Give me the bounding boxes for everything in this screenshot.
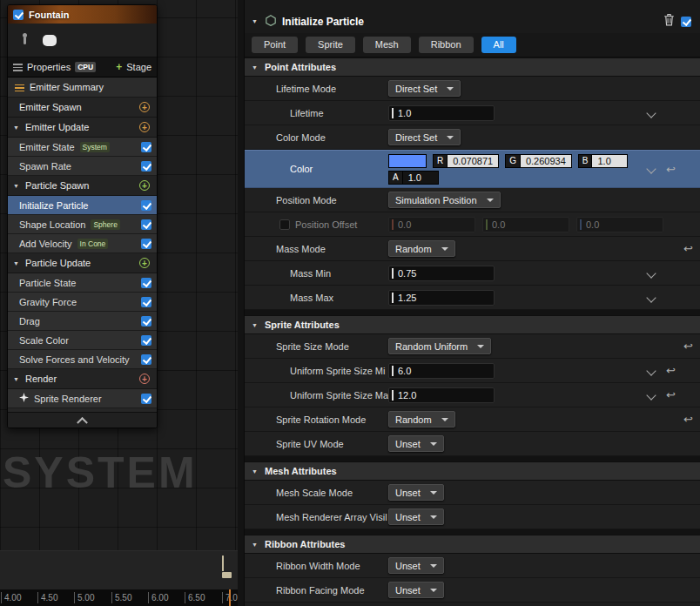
tab-ribbon[interactable]: Ribbon [419,37,474,53]
module-enabled-checkbox[interactable] [141,278,151,288]
emitter-node-fountain[interactable]: Fountain Properties CPU + Stage Emitter … [7,4,158,428]
module-enabled-checkbox[interactable] [141,335,151,346]
group-particle-update[interactable]: ▼ Particle Update + [8,253,157,273]
position-mode-dropdown[interactable]: Simulation Position [388,192,501,208]
color-swatch[interactable] [388,154,427,168]
plus-circle-icon[interactable]: + [139,122,150,132]
mass-max-input[interactable]: 1.25 [388,290,495,306]
tab-sprite[interactable]: Sprite [306,37,355,53]
emitter-header[interactable]: Fountain [8,5,157,24]
reset-to-default-icon[interactable]: ↩ [666,164,676,175]
a-value-input[interactable]: 1.0 [402,171,439,185]
chevron-down-icon[interactable]: ▼ [13,183,21,189]
reset-to-default-icon[interactable]: ↩ [683,414,693,425]
expand-chevron-icon[interactable] [646,293,656,302]
module-enabled-checkbox[interactable] [141,297,151,307]
edit-condition-checkbox[interactable] [279,219,290,230]
tab-all[interactable]: All [481,37,516,53]
group-emitter-spawn[interactable]: Emitter Spawn + [8,98,157,118]
uniform-sprite-size-min-input[interactable]: 6.0 [388,363,495,379]
b-value-input[interactable]: 1.0 [591,154,628,168]
expand-chevron-icon[interactable] [646,108,656,118]
mass-mode-dropdown[interactable]: Random [388,240,455,257]
module-gravity-force[interactable]: Gravity Force [8,293,157,312]
position-offset-z-input[interactable]: 0.0 [576,217,663,232]
module-enabled-checkbox[interactable] [141,219,151,230]
reset-to-default-icon[interactable]: ↩ [666,389,676,401]
system-overview-canvas[interactable]: SYSTEM 4.00 4.50 5.00 5.50 6.00 6.50 7.0… [0,0,238,606]
plus-circle-icon[interactable]: + [139,102,150,112]
chevron-down-icon[interactable]: ▼ [252,18,259,24]
sprite-size-mode-dropdown[interactable]: Random Uniform [388,338,491,354]
module-enabled-checkbox[interactable] [141,394,151,404]
module-initialize-particle[interactable]: Initialize Particle [8,196,157,215]
expand-chevron-icon[interactable] [646,164,656,173]
module-enabled-checkbox[interactable] [681,17,691,27]
module-shape-location[interactable]: Shape Location Sphere [8,215,157,234]
sprite-uv-mode-dropdown[interactable]: Unset [388,435,444,452]
section-ribbon-attributes[interactable]: ▼ Ribbon Attributes [245,535,700,554]
module-emitter-state[interactable]: Emitter State System [8,138,157,157]
position-offset-x-input[interactable]: 0.0 [388,217,475,232]
add-stage-button[interactable]: Stage [126,62,151,72]
module-enabled-checkbox[interactable] [141,142,151,152]
timeline-playhead[interactable] [229,589,231,606]
timeline-ruler[interactable]: 4.00 4.50 5.00 5.50 6.00 6.50 7.0 [0,589,238,606]
eyedropper-icon[interactable] [21,32,29,49]
timeline-track[interactable] [0,550,238,589]
reset-to-default-icon[interactable]: ↩ [666,365,676,376]
chevron-down-icon[interactable]: ▼ [13,376,21,382]
plus-circle-icon[interactable]: + [139,258,150,268]
ribbon-width-mode-dropdown[interactable]: Unset [388,557,444,574]
r-value-input[interactable]: 0.070871 [447,154,499,168]
reset-to-default-icon[interactable]: ↩ [683,340,693,352]
group-emitter-update[interactable]: ▼ Emitter Update + [8,118,157,138]
expand-chevron-icon[interactable] [646,390,656,400]
g-value-input[interactable]: 0.260934 [520,154,572,168]
module-enabled-checkbox[interactable] [141,239,151,249]
add-stage-plus-icon[interactable]: + [116,62,122,72]
emitter-enabled-checkbox[interactable] [13,10,24,20]
module-scale-color[interactable]: Scale Color [8,331,157,350]
tab-mesh[interactable]: Mesh [363,37,411,53]
module-sprite-renderer[interactable]: Sprite Renderer [8,389,157,408]
module-solve-forces-velocity[interactable]: Solve Forces and Velocity [8,350,157,369]
expand-chevron-icon[interactable] [646,366,656,375]
tab-point[interactable]: Point [252,37,298,53]
mass-min-input[interactable]: 0.75 [388,266,495,281]
module-enabled-checkbox[interactable] [141,316,151,327]
section-mesh-attributes[interactable]: ▼ Mesh Attributes [245,461,700,481]
module-add-velocity[interactable]: Add Velocity In Cone [8,234,157,253]
plus-circle-icon[interactable]: + [139,374,150,384]
module-spawn-rate[interactable]: Spawn Rate [8,157,157,176]
mesh-renderer-array-dropdown[interactable]: Unset [388,508,444,525]
uniform-sprite-size-max-input[interactable]: 12.0 [388,387,495,403]
expand-chevron-icon[interactable] [646,268,656,278]
properties-row[interactable]: Properties CPU + Stage [8,57,157,77]
lifetime-mode-dropdown[interactable]: Direct Set [388,80,461,97]
group-render[interactable]: ▼ Render + [8,369,157,389]
reset-to-default-icon[interactable]: ↩ [683,243,693,254]
module-enabled-checkbox[interactable] [141,161,151,172]
lock-icon[interactable] [222,556,232,568]
collapse-node-button[interactable] [8,412,157,428]
group-particle-spawn[interactable]: ▼ Particle Spawn + [8,176,157,196]
lifetime-input[interactable]: 1.0 [388,105,495,121]
section-sprite-attributes[interactable]: ▼ Sprite Attributes [245,315,700,334]
sprite-rotation-mode-dropdown[interactable]: Random [388,411,455,428]
section-point-attributes[interactable]: ▼ Point Attributes [245,57,700,77]
chevron-down-icon[interactable]: ▼ [13,125,21,131]
module-particle-state[interactable]: Particle State [8,273,157,293]
color-mode-dropdown[interactable]: Direct Set [388,129,461,145]
emitter-summary-row[interactable]: Emitter Summary [8,77,157,98]
module-enabled-checkbox[interactable] [141,200,151,211]
chevron-down-icon[interactable]: ▼ [13,260,21,266]
plus-circle-icon[interactable]: + [139,180,150,191]
module-drag[interactable]: Drag [8,312,157,331]
position-offset-y-input[interactable]: 0.0 [482,217,569,232]
ribbon-facing-mode-dropdown[interactable]: Unset [388,582,444,598]
mesh-scale-mode-dropdown[interactable]: Unset [388,484,444,501]
module-enabled-checkbox[interactable] [141,354,151,365]
thumbnail-icon[interactable] [43,35,57,46]
trash-icon[interactable] [663,13,675,30]
